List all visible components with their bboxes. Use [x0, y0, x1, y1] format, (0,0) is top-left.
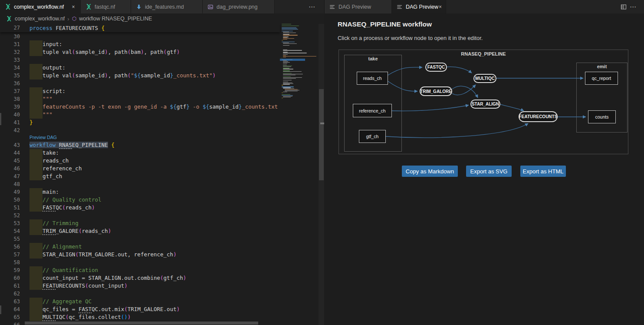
left-group-actions: ⋯ [307, 0, 317, 13]
code-token [30, 96, 43, 102]
code-token [56, 142, 59, 148]
dag-node-TRIM_GALORE[interactable]: TRIM_GALORE [420, 86, 452, 96]
panel-subtitle: Click on a process or workflow node to o… [338, 35, 483, 41]
code-lens-preview-dag-link[interactable]: Preview DAG [30, 135, 57, 140]
code-token: _counts.txt [242, 103, 280, 110]
close-icon[interactable]: × [438, 4, 442, 10]
breadcrumb-symbol[interactable]: workflow RNASEQ_PIPELINE [79, 16, 152, 22]
code-token: " [131, 72, 134, 79]
code-line-53: 53 // Trimming [0, 219, 280, 227]
minimap-line [282, 24, 291, 24]
code-token: () [121, 314, 128, 320]
code-token: script: [43, 88, 66, 94]
dag-node-reads_ch[interactable]: reads_ch [357, 72, 388, 85]
dag-node-FEATURECOUNTS[interactable]: FEATURECOUNTS [519, 111, 558, 122]
line-number: 55 [0, 235, 20, 243]
line-number: 59 [0, 266, 20, 274]
line-number: 61 [0, 282, 20, 290]
minimap-line [283, 82, 288, 82]
dag-preview-panel: RNASEQ_PIPELINE workflow Click on a proc… [324, 13, 644, 325]
minimap[interactable] [280, 24, 318, 325]
dag-node-MULTIQC[interactable]: MULTIQC [473, 74, 496, 83]
tab-right-dag-preview[interactable]: DAG Preview [325, 0, 392, 13]
code-token [30, 72, 43, 79]
code-token [30, 306, 43, 312]
minimap-line [283, 92, 287, 92]
code-token: RNAS [59, 142, 72, 149]
tab-complex_workflow-nf[interactable]: complex_workflow.nf× [0, 0, 81, 13]
line-number: 38 [0, 95, 20, 103]
code-editor[interactable]: 3031 input:32 tuple val(sample_id), path… [0, 24, 324, 325]
code-token: } [186, 103, 190, 110]
export-as-svg-button[interactable]: Export as SVG [466, 166, 512, 177]
dag-edge-STAR_ALIGN-to-FEATURECOUNTS [500, 104, 524, 111]
code-text: tuple val(sample_id), path("${sample_id}… [30, 72, 280, 80]
dag-diagram: RNASEQ_PIPELINE takeemitreads_chreferenc… [338, 50, 628, 154]
dag-node-STAR_ALIGN[interactable]: STAR_ALIGN [470, 99, 500, 109]
code-token: take: [43, 149, 59, 156]
dag-edge-TRIM_GALORE-to-STAR_ALIGN [452, 86, 478, 98]
code-token: ) [177, 49, 180, 55]
breadcrumb: complex_workflow.nf › ⬡ workflow RNASEQ_… [0, 13, 324, 24]
code-line-50: 50 // Quality control [0, 196, 280, 204]
code-token [30, 149, 43, 156]
code-line-40: 40 """ [0, 111, 280, 119]
minimap-line [283, 75, 296, 75]
code-lens-row: Preview DAG [0, 134, 280, 141]
split-editor-icon[interactable] [619, 2, 628, 12]
vertical-scrollbar-thumb[interactable] [319, 89, 324, 180]
code-line-41: 41} [0, 119, 280, 126]
code-token: // Quantification [43, 267, 98, 273]
code-token: _GALORE [56, 228, 79, 234]
horizontal-scrollbar-thumb[interactable] [25, 322, 258, 325]
tab-ide_features-md[interactable]: ide_features.md [131, 0, 203, 13]
minimap-line [283, 76, 291, 77]
code-line-57: 57 STAR_ALIGN(TRIM_GALORE.out, reference… [0, 251, 280, 259]
tab-right-dag-preview[interactable]: DAG Preview× [392, 0, 446, 13]
code-text: TRIM_GALORE(reads_ch) [30, 227, 280, 235]
code-token: ) [128, 314, 131, 320]
code-text: tuple val(sample_id), path(bam), path(gt… [30, 48, 280, 56]
editor-group-left-tabs: complex_workflow.nf×fastqc.nfide_feature… [0, 0, 275, 13]
code-token: sample_id [209, 103, 239, 110]
tab-fastqc-nf[interactable]: fastqc.nf [81, 0, 131, 13]
more-actions-icon[interactable]: ⋯ [307, 2, 317, 12]
code-line-37: 37 script: [0, 87, 280, 95]
code-token: """ [43, 111, 53, 118]
breadcrumb-file[interactable]: complex_workflow.nf [15, 16, 65, 22]
line-number: 48 [0, 180, 20, 188]
code-token: ${ [203, 103, 209, 110]
dag-node-qc_report[interactable]: qc_report [585, 72, 618, 85]
export-as-html-button[interactable]: Export as HTML [520, 166, 566, 177]
code-line-42: 42 [0, 126, 280, 134]
code-token [30, 275, 43, 281]
code-token: count_input [88, 282, 124, 289]
code-token: sample_id [75, 72, 105, 79]
tab-label: DAG Preview [406, 4, 438, 10]
tab-label: ide_features.md [145, 4, 184, 10]
dag-node-counts[interactable]: counts [588, 110, 616, 123]
code-text: """ [30, 111, 280, 119]
sticky-scroll-line[interactable]: 27process FEATURECOUNTS { [0, 24, 280, 32]
minimap-line [282, 98, 283, 98]
line-number: 46 [0, 165, 20, 172]
code-token: bam [131, 49, 141, 55]
code-token: // Aggregate QC [43, 298, 92, 305]
code-token: _counts.txt" [173, 72, 212, 79]
tab-dag_preview-png[interactable]: dag_preview.png [203, 0, 275, 13]
close-icon[interactable]: × [70, 4, 77, 10]
minimap-line [282, 28, 297, 29]
dag-node-gtf_ch[interactable]: gtf_ch [359, 130, 386, 143]
dag-node-FASTQC[interactable]: FASTQC [425, 63, 447, 72]
editor-group-right-tabs: DAG PreviewDAG Preview× [324, 0, 446, 13]
more-actions-icon[interactable]: ⋯ [628, 2, 638, 12]
code-token: ) [213, 72, 216, 79]
copy-as-markdown-button[interactable]: Copy as Markdown [402, 166, 458, 177]
code-token [30, 228, 43, 234]
dag-node-reference_ch[interactable]: reference_ch [353, 104, 392, 117]
line-number: 37 [0, 87, 20, 95]
code-line-31: 31 input: [0, 40, 280, 48]
code-text: count_input = STAR_ALIGN.out.combine(gtf… [30, 274, 280, 282]
code-text: """ [30, 95, 280, 103]
code-text: script: [30, 87, 280, 95]
